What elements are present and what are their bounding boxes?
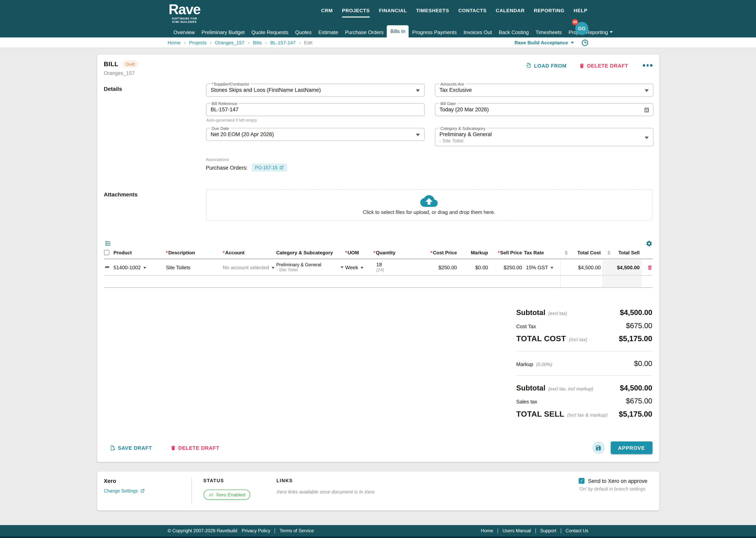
drag-handle-icon[interactable] — [104, 264, 114, 270]
chevron-down-icon — [550, 267, 553, 269]
cell-account[interactable]: No account selected — [223, 264, 276, 270]
bill-reference-input[interactable]: Bill Reference BL-157-147 — [206, 103, 424, 116]
copyright-text: © Copyright 2007-2026 Ravebuild — [167, 528, 237, 533]
footer-users-manual-link[interactable]: Users Manual — [502, 528, 531, 533]
cell-category[interactable]: Preliminary & General- Site Toilet — [276, 262, 345, 272]
select-all-checkbox[interactable] — [104, 250, 109, 255]
tab-purchase-orders[interactable]: Purchase Orders — [342, 27, 387, 37]
tab-preliminary-budget[interactable]: Preliminary Budget — [198, 27, 248, 37]
due-date-value: Net 20 EOM (20 Apr 2026) — [206, 129, 424, 141]
more-options-button[interactable] — [643, 64, 652, 66]
page-footer: © Copyright 2007-2026 Ravebuild Privacy … — [0, 525, 756, 538]
calendar-icon[interactable] — [643, 107, 649, 113]
cell-description[interactable]: Site Toilets — [166, 264, 223, 270]
bill-reference-helper: Auto-generated if left empty — [206, 118, 257, 123]
delete-draft-bottom-button[interactable]: DELETE DRAFT — [170, 445, 219, 451]
crumb-bill-ref[interactable]: BL-157-147 — [270, 40, 296, 45]
tab-timesheets[interactable]: Timesheets — [532, 27, 565, 37]
history-clock-icon[interactable] — [582, 39, 589, 46]
chevron-down-icon — [644, 89, 648, 92]
cell-uom[interactable]: Week — [345, 264, 373, 270]
tab-overview[interactable]: Overview — [170, 27, 198, 37]
footer-home-link[interactable]: Home — [481, 528, 494, 533]
trash-icon — [579, 63, 585, 68]
nav-contacts[interactable]: CONTACTS — [458, 8, 487, 13]
privacy-policy-link[interactable]: Privacy Policy — [242, 528, 270, 533]
tab-bills-in[interactable]: Bills In — [387, 25, 409, 37]
footer-contact-us-link[interactable]: Contact Us — [566, 528, 589, 533]
markup-value: $0.00 — [634, 359, 652, 368]
nav-help[interactable]: HELP — [574, 8, 588, 13]
chevron-right-icon: › — [184, 40, 186, 45]
cell-tax-rate[interactable]: 15% GST — [524, 264, 560, 270]
rave-logo[interactable]: Rave SOFTWARE FOR KIWI BUILDERS — [168, 2, 200, 24]
tab-progress-payments[interactable]: Progress Payments — [409, 27, 460, 37]
nav-timesheets[interactable]: TIMESHEETS — [416, 8, 449, 13]
tab-project-reporting[interactable]: Project Reporting — [565, 27, 616, 37]
save-draft-button[interactable]: SAVE DRAFT — [110, 445, 152, 451]
nav-financial[interactable]: FINANCIAL — [379, 8, 407, 13]
chevron-down-icon — [340, 266, 343, 268]
crumb-home[interactable]: Home — [167, 40, 180, 45]
xero-change-settings-link[interactable]: Change Settings — [104, 488, 191, 494]
nav-calendar[interactable]: CALENDAR — [496, 8, 525, 13]
crumb-edit: Edit — [304, 40, 312, 45]
file-dropzone[interactable]: Click to select files for upload, or dra… — [206, 189, 652, 221]
xero-status-label: STATUS — [203, 478, 250, 483]
tab-quotes[interactable]: Quotes — [292, 27, 315, 37]
crumb-projects[interactable]: Projects — [189, 40, 207, 45]
load-from-button[interactable]: LOAD FROM — [526, 62, 567, 69]
cell-quantity[interactable]: 18(24) — [373, 262, 414, 272]
bill-reference-wrap: Bill Reference BL-157-147 Auto-generated… — [206, 103, 424, 116]
subcategory-value: - Site Toilet — [435, 137, 653, 144]
due-date-select[interactable]: Due Date Net 20 EOM (20 Apr 2026) — [206, 128, 424, 141]
approve-button[interactable]: APPROVE — [611, 442, 652, 454]
dollar-icon: $ — [565, 250, 568, 255]
xero-title: Xero — [104, 478, 191, 484]
workflow-selector[interactable]: Rave Build Acceptance — [514, 40, 574, 45]
crumb-bills[interactable]: Bills — [253, 40, 261, 45]
amounts-are-value: Tax Exclusive — [435, 84, 653, 96]
user-avatar[interactable]: GG 30 — [575, 22, 589, 35]
subtotal-cost-label: Subtotal(excl tax) — [516, 308, 567, 317]
app-viewport: Rave SOFTWARE FOR KIWI BUILDERS CRM PROJ… — [0, 0, 756, 538]
footer-support-link[interactable]: Support — [540, 528, 556, 533]
supplier-select[interactable]: *Supplier/Contractor Stones Skips and Lo… — [206, 83, 424, 97]
amounts-are-select[interactable]: Amounts Are Tax Exclusive — [435, 83, 653, 97]
quick-save-floppy-icon[interactable] — [592, 442, 605, 454]
bill-date-input[interactable]: Bill Date Today (20 Mar 2026) — [435, 103, 653, 116]
cell-markup[interactable]: $0.00 — [459, 264, 490, 270]
delete-draft-top-button[interactable]: DELETE DRAFT — [579, 63, 628, 68]
totals-panel: Subtotal(excl tax) $4,500.00 Cost Tax $6… — [516, 308, 652, 419]
page-body: BILL Draft Oranges_157 LOAD FROM DELETE … — [0, 48, 756, 511]
terms-of-service-link[interactable]: Terms of Service — [280, 528, 314, 533]
nav-projects[interactable]: PROJECTS — [342, 8, 370, 13]
line-item-list-icon[interactable] — [104, 240, 112, 247]
nav-reporting[interactable]: REPORTING — [534, 8, 564, 13]
xero-links-label: LINKS — [276, 478, 374, 483]
tab-back-costing[interactable]: Back Costing — [495, 27, 532, 37]
chevron-down-icon — [416, 89, 420, 92]
table-settings-gear-icon[interactable] — [645, 240, 652, 247]
tab-estimate[interactable]: Estimate — [315, 27, 342, 37]
total-sell-value: $5,175.00 — [619, 410, 652, 418]
cloud-upload-icon — [420, 195, 438, 207]
cost-tax-label: Cost Tax — [516, 323, 536, 329]
breadcrumb-bar: Home› Projects› Oranges_157› Bills› BL-1… — [0, 37, 756, 48]
category-select[interactable]: Category & Subcategory Preliminary & Gen… — [435, 128, 653, 146]
nav-crm[interactable]: CRM — [321, 8, 333, 13]
crumb-project[interactable]: Oranges_157 — [215, 40, 245, 45]
load-from-icon — [526, 62, 532, 69]
tab-quote-requests[interactable]: Quote Requests — [248, 27, 292, 37]
cell-sell-price[interactable]: $250.00 — [490, 264, 524, 270]
attachments-section-label: Attachments — [104, 189, 206, 221]
cell-cost-price[interactable]: $250.00 — [414, 264, 459, 270]
purchase-order-chip[interactable]: PO-157-15 — [252, 163, 287, 172]
tab-invoices-out[interactable]: Invoices Out — [460, 27, 495, 37]
send-to-xero-checkbox[interactable]: ✓ Send to Xero on approve — [579, 478, 647, 484]
cell-product[interactable]: 51400-1002 — [114, 264, 166, 270]
delete-row-trash-icon[interactable] — [641, 264, 652, 270]
associations-section: Associations Purchase Orders: PO-157-15 — [206, 157, 652, 172]
external-link-icon — [279, 165, 284, 170]
col-tax-rate: Tax Rate — [524, 250, 560, 255]
